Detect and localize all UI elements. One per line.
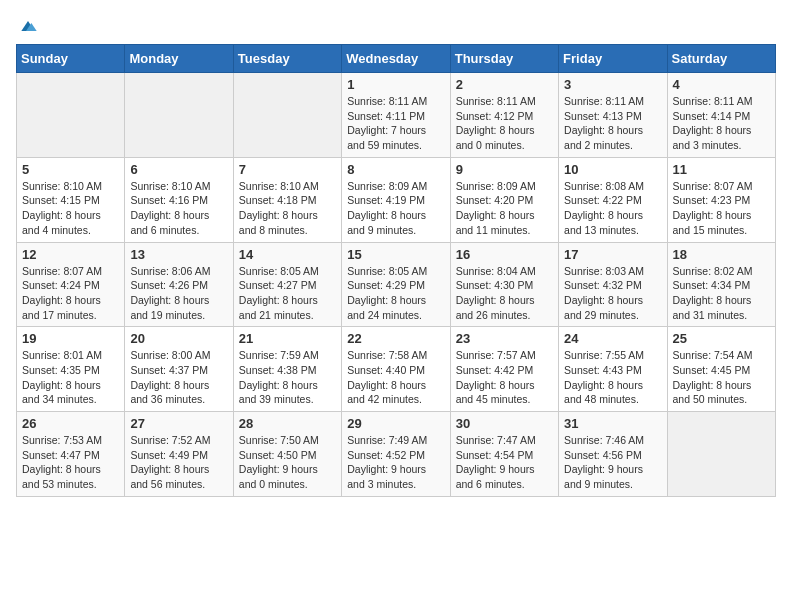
day-number: 16 <box>456 247 553 262</box>
calendar-cell: 16Sunrise: 8:04 AM Sunset: 4:30 PM Dayli… <box>450 242 558 327</box>
day-info: Sunrise: 7:55 AM Sunset: 4:43 PM Dayligh… <box>564 348 661 407</box>
day-info: Sunrise: 8:02 AM Sunset: 4:34 PM Dayligh… <box>673 264 770 323</box>
calendar-cell <box>667 412 775 497</box>
calendar-cell: 7Sunrise: 8:10 AM Sunset: 4:18 PM Daylig… <box>233 157 341 242</box>
day-info: Sunrise: 8:11 AM Sunset: 4:11 PM Dayligh… <box>347 94 444 153</box>
calendar-cell: 29Sunrise: 7:49 AM Sunset: 4:52 PM Dayli… <box>342 412 450 497</box>
day-info: Sunrise: 8:10 AM Sunset: 4:16 PM Dayligh… <box>130 179 227 238</box>
day-info: Sunrise: 7:49 AM Sunset: 4:52 PM Dayligh… <box>347 433 444 492</box>
day-info: Sunrise: 7:54 AM Sunset: 4:45 PM Dayligh… <box>673 348 770 407</box>
day-info: Sunrise: 8:05 AM Sunset: 4:27 PM Dayligh… <box>239 264 336 323</box>
calendar-cell: 14Sunrise: 8:05 AM Sunset: 4:27 PM Dayli… <box>233 242 341 327</box>
day-number: 31 <box>564 416 661 431</box>
day-number: 13 <box>130 247 227 262</box>
calendar-cell: 19Sunrise: 8:01 AM Sunset: 4:35 PM Dayli… <box>17 327 125 412</box>
day-number: 12 <box>22 247 119 262</box>
calendar-cell <box>233 73 341 158</box>
day-info: Sunrise: 8:01 AM Sunset: 4:35 PM Dayligh… <box>22 348 119 407</box>
day-info: Sunrise: 8:03 AM Sunset: 4:32 PM Dayligh… <box>564 264 661 323</box>
calendar-cell <box>17 73 125 158</box>
calendar-cell: 23Sunrise: 7:57 AM Sunset: 4:42 PM Dayli… <box>450 327 558 412</box>
day-number: 9 <box>456 162 553 177</box>
day-info: Sunrise: 8:09 AM Sunset: 4:20 PM Dayligh… <box>456 179 553 238</box>
page-header <box>16 16 776 36</box>
calendar-cell: 12Sunrise: 8:07 AM Sunset: 4:24 PM Dayli… <box>17 242 125 327</box>
day-info: Sunrise: 7:52 AM Sunset: 4:49 PM Dayligh… <box>130 433 227 492</box>
logo-icon <box>18 16 38 36</box>
calendar-cell <box>125 73 233 158</box>
day-info: Sunrise: 8:05 AM Sunset: 4:29 PM Dayligh… <box>347 264 444 323</box>
day-info: Sunrise: 8:11 AM Sunset: 4:14 PM Dayligh… <box>673 94 770 153</box>
day-number: 14 <box>239 247 336 262</box>
day-number: 28 <box>239 416 336 431</box>
day-header-thursday: Thursday <box>450 45 558 73</box>
day-info: Sunrise: 7:46 AM Sunset: 4:56 PM Dayligh… <box>564 433 661 492</box>
day-info: Sunrise: 7:53 AM Sunset: 4:47 PM Dayligh… <box>22 433 119 492</box>
day-info: Sunrise: 7:58 AM Sunset: 4:40 PM Dayligh… <box>347 348 444 407</box>
calendar-cell: 13Sunrise: 8:06 AM Sunset: 4:26 PM Dayli… <box>125 242 233 327</box>
day-info: Sunrise: 8:11 AM Sunset: 4:13 PM Dayligh… <box>564 94 661 153</box>
day-info: Sunrise: 8:08 AM Sunset: 4:22 PM Dayligh… <box>564 179 661 238</box>
calendar-cell: 9Sunrise: 8:09 AM Sunset: 4:20 PM Daylig… <box>450 157 558 242</box>
calendar-cell: 15Sunrise: 8:05 AM Sunset: 4:29 PM Dayli… <box>342 242 450 327</box>
day-header-sunday: Sunday <box>17 45 125 73</box>
calendar-cell: 8Sunrise: 8:09 AM Sunset: 4:19 PM Daylig… <box>342 157 450 242</box>
day-number: 3 <box>564 77 661 92</box>
calendar-week-2: 5Sunrise: 8:10 AM Sunset: 4:15 PM Daylig… <box>17 157 776 242</box>
day-number: 22 <box>347 331 444 346</box>
calendar-cell: 24Sunrise: 7:55 AM Sunset: 4:43 PM Dayli… <box>559 327 667 412</box>
day-info: Sunrise: 8:07 AM Sunset: 4:23 PM Dayligh… <box>673 179 770 238</box>
day-number: 21 <box>239 331 336 346</box>
calendar-cell: 10Sunrise: 8:08 AM Sunset: 4:22 PM Dayli… <box>559 157 667 242</box>
calendar-cell: 30Sunrise: 7:47 AM Sunset: 4:54 PM Dayli… <box>450 412 558 497</box>
day-info: Sunrise: 8:09 AM Sunset: 4:19 PM Dayligh… <box>347 179 444 238</box>
calendar-cell: 5Sunrise: 8:10 AM Sunset: 4:15 PM Daylig… <box>17 157 125 242</box>
calendar-cell: 2Sunrise: 8:11 AM Sunset: 4:12 PM Daylig… <box>450 73 558 158</box>
calendar-cell: 18Sunrise: 8:02 AM Sunset: 4:34 PM Dayli… <box>667 242 775 327</box>
day-number: 4 <box>673 77 770 92</box>
calendar-week-1: 1Sunrise: 8:11 AM Sunset: 4:11 PM Daylig… <box>17 73 776 158</box>
day-header-monday: Monday <box>125 45 233 73</box>
day-number: 8 <box>347 162 444 177</box>
calendar-cell: 3Sunrise: 8:11 AM Sunset: 4:13 PM Daylig… <box>559 73 667 158</box>
day-info: Sunrise: 8:11 AM Sunset: 4:12 PM Dayligh… <box>456 94 553 153</box>
day-number: 1 <box>347 77 444 92</box>
day-info: Sunrise: 8:06 AM Sunset: 4:26 PM Dayligh… <box>130 264 227 323</box>
calendar-cell: 4Sunrise: 8:11 AM Sunset: 4:14 PM Daylig… <box>667 73 775 158</box>
calendar-week-5: 26Sunrise: 7:53 AM Sunset: 4:47 PM Dayli… <box>17 412 776 497</box>
day-header-saturday: Saturday <box>667 45 775 73</box>
day-number: 10 <box>564 162 661 177</box>
day-number: 23 <box>456 331 553 346</box>
day-number: 30 <box>456 416 553 431</box>
calendar-table: SundayMondayTuesdayWednesdayThursdayFrid… <box>16 44 776 497</box>
day-info: Sunrise: 8:07 AM Sunset: 4:24 PM Dayligh… <box>22 264 119 323</box>
day-info: Sunrise: 8:04 AM Sunset: 4:30 PM Dayligh… <box>456 264 553 323</box>
day-info: Sunrise: 8:10 AM Sunset: 4:18 PM Dayligh… <box>239 179 336 238</box>
day-number: 26 <box>22 416 119 431</box>
day-number: 27 <box>130 416 227 431</box>
calendar-header-row: SundayMondayTuesdayWednesdayThursdayFrid… <box>17 45 776 73</box>
day-header-tuesday: Tuesday <box>233 45 341 73</box>
calendar-cell: 27Sunrise: 7:52 AM Sunset: 4:49 PM Dayli… <box>125 412 233 497</box>
calendar-week-3: 12Sunrise: 8:07 AM Sunset: 4:24 PM Dayli… <box>17 242 776 327</box>
day-number: 15 <box>347 247 444 262</box>
day-number: 5 <box>22 162 119 177</box>
day-info: Sunrise: 7:59 AM Sunset: 4:38 PM Dayligh… <box>239 348 336 407</box>
day-number: 20 <box>130 331 227 346</box>
day-number: 6 <box>130 162 227 177</box>
calendar-cell: 26Sunrise: 7:53 AM Sunset: 4:47 PM Dayli… <box>17 412 125 497</box>
day-number: 17 <box>564 247 661 262</box>
calendar-cell: 20Sunrise: 8:00 AM Sunset: 4:37 PM Dayli… <box>125 327 233 412</box>
calendar-cell: 21Sunrise: 7:59 AM Sunset: 4:38 PM Dayli… <box>233 327 341 412</box>
day-info: Sunrise: 7:50 AM Sunset: 4:50 PM Dayligh… <box>239 433 336 492</box>
calendar-week-4: 19Sunrise: 8:01 AM Sunset: 4:35 PM Dayli… <box>17 327 776 412</box>
day-number: 25 <box>673 331 770 346</box>
day-info: Sunrise: 8:00 AM Sunset: 4:37 PM Dayligh… <box>130 348 227 407</box>
calendar-cell: 31Sunrise: 7:46 AM Sunset: 4:56 PM Dayli… <box>559 412 667 497</box>
calendar-cell: 6Sunrise: 8:10 AM Sunset: 4:16 PM Daylig… <box>125 157 233 242</box>
calendar-cell: 25Sunrise: 7:54 AM Sunset: 4:45 PM Dayli… <box>667 327 775 412</box>
day-header-friday: Friday <box>559 45 667 73</box>
day-number: 7 <box>239 162 336 177</box>
day-number: 11 <box>673 162 770 177</box>
calendar-cell: 22Sunrise: 7:58 AM Sunset: 4:40 PM Dayli… <box>342 327 450 412</box>
